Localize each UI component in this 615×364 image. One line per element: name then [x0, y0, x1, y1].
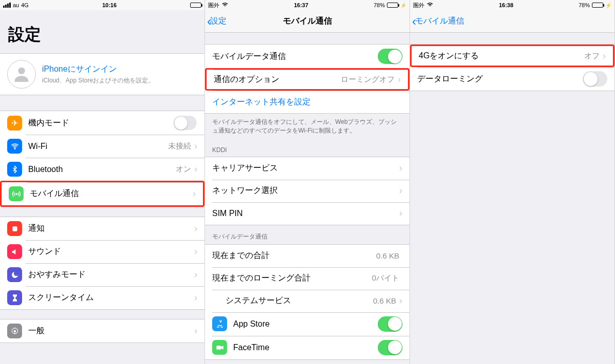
dnd-cell[interactable]: おやすみモード › [0, 263, 204, 286]
carrier-label: au [13, 2, 19, 8]
bluetooth-detail: オン [176, 164, 191, 174]
chevron-right-icon: › [194, 164, 197, 175]
data-footer-note: モバイルデータ通信をオフにして、メール、Webブラウズ、プッシュ通知などのすべて… [205, 114, 409, 139]
appstore-label: App Store [233, 319, 378, 329]
screen-comm-options: 圏外 16:38 78% ⚡ ‹ モバイル通信 4Gをオンにする オフ › デー… [410, 0, 615, 364]
sounds-cell[interactable]: サウンド › [0, 240, 204, 263]
data-usage-header: モバイルデータ通信 [205, 225, 409, 244]
signin-title: iPhoneにサインイン [42, 64, 154, 75]
chevron-right-icon: › [399, 208, 402, 219]
hotspot-cell[interactable]: インターネット共有を設定 [205, 91, 409, 113]
general-label: 一般 [28, 326, 194, 336]
chevron-right-icon: › [193, 188, 196, 199]
data-roaming-label: データローミング [417, 74, 583, 84]
system-services-cell[interactable]: システムサービス 0.6 KB › [205, 290, 409, 312]
network-select-cell[interactable]: ネットワーク選択 › [205, 180, 409, 202]
back-label: 設定 [210, 16, 227, 27]
screen-cellular: 圏外 16:37 78% ⚡ ‹ 設定 モバイル通信 モバイルデータ通信 通信の… [205, 0, 410, 364]
svg-point-0 [18, 68, 25, 74]
carrier-services-label: キャリアサービス [212, 163, 399, 174]
airplane-toggle[interactable] [173, 116, 196, 130]
network-label: 4G [21, 2, 29, 8]
hotspot-label: インターネット共有を設定 [212, 97, 402, 108]
mobile-data-toggle[interactable] [378, 49, 402, 64]
screentime-label: スクリーンタイム [28, 292, 194, 303]
group-connectivity: ✈ 機内モード Wi-Fi 未接続 › Bluetooth オン › モバイル通… [0, 111, 204, 207]
enable-4g-label: 4Gをオンにする [419, 51, 584, 61]
notifications-cell[interactable]: 通知 › [0, 217, 204, 240]
signin-cell[interactable]: iPhoneにサインイン iCloud、App Storeおよびその他を設定。 [0, 53, 204, 95]
chevron-right-icon: › [603, 51, 606, 61]
battery-icon [387, 3, 398, 8]
enable-4g-detail: オフ [584, 51, 600, 61]
carrier-label: 圏外 [208, 2, 219, 9]
cellular-label: モバイル通信 [30, 188, 193, 199]
chevron-right-icon: › [194, 326, 197, 336]
roaming-total-value: 0バイト [372, 273, 399, 283]
gear-icon [7, 324, 22, 338]
sounds-icon [7, 244, 22, 259]
group-kddi: キャリアサービス › ネットワーク選択 › SIM PIN › [205, 157, 409, 225]
cellular-cell[interactable]: モバイル通信 › [0, 181, 204, 207]
roaming-total-label: 現在までのローミング合計 [212, 273, 372, 284]
appstore-toggle[interactable] [378, 316, 402, 332]
facetime-label: FaceTime [233, 343, 378, 352]
clock: 16:37 [294, 2, 308, 8]
battery-percent: 78% [374, 2, 385, 8]
appstore-cell[interactable]: App Store [205, 312, 409, 336]
clock: 16:38 [499, 2, 513, 8]
signin-subtitle: iCloud、App Storeおよびその他を設定。 [42, 76, 154, 85]
sim-pin-label: SIM PIN [212, 209, 399, 218]
bluetooth-cell[interactable]: Bluetooth オン › [0, 158, 204, 181]
status-bar: 圏外 16:37 78% ⚡ [205, 0, 409, 10]
wifi-detail: 未接続 [168, 141, 191, 151]
dnd-label: おやすみモード [28, 269, 194, 280]
wifi-icon [7, 139, 22, 154]
wifi-cell[interactable]: Wi-Fi 未接続 › [0, 135, 204, 158]
battery-icon [592, 3, 603, 8]
svg-point-1 [14, 148, 15, 149]
back-button[interactable]: ‹ 設定 [207, 10, 227, 32]
sim-pin-cell[interactable]: SIM PIN › [205, 202, 409, 225]
facetime-icon [212, 340, 227, 355]
carrier-services-cell[interactable]: キャリアサービス › [205, 157, 409, 180]
svg-rect-5 [216, 346, 221, 350]
back-button[interactable]: ‹ モバイル通信 [412, 10, 464, 32]
facetime-toggle[interactable] [378, 340, 402, 355]
signal-icon [3, 3, 11, 8]
bluetooth-icon [7, 162, 22, 177]
enable-4g-cell[interactable]: 4Gをオンにする オフ › [410, 45, 614, 67]
chevron-right-icon: › [399, 163, 402, 174]
back-label: モバイル通信 [415, 16, 464, 27]
general-cell[interactable]: 一般 › [0, 319, 204, 342]
status-bar: au 4G 10:16 [0, 0, 204, 10]
chevron-right-icon: › [194, 223, 197, 234]
cellular-icon [9, 186, 24, 201]
nav-title: モバイル通信 [283, 16, 332, 27]
carrier-label: 圏外 [413, 2, 424, 9]
wifi-label: Wi-Fi [28, 142, 168, 151]
notifications-label: 通知 [28, 223, 194, 234]
mobile-data-cell[interactable]: モバイルデータ通信 [205, 45, 409, 68]
page-title: 設定 [0, 10, 204, 51]
battery-icon [190, 3, 201, 8]
airplane-cell[interactable]: ✈ 機内モード [0, 111, 204, 135]
moon-icon [7, 267, 22, 282]
group-general: 一般 › [0, 319, 204, 343]
charging-icon: ⚡ [400, 3, 406, 8]
comm-options-cell[interactable]: 通信のオプション ローミングオフ › [205, 68, 409, 91]
total-label: 現在までの合計 [212, 250, 376, 261]
group-data: モバイルデータ通信 通信のオプション ローミングオフ › インターネット共有を設… [205, 44, 409, 114]
data-roaming-cell[interactable]: データローミング [410, 67, 614, 91]
chevron-right-icon: › [399, 295, 402, 306]
airplane-label: 機内モード [28, 118, 173, 129]
mobile-data-label: モバイルデータ通信 [212, 51, 378, 62]
screentime-cell[interactable]: スクリーンタイム › [0, 286, 204, 309]
facetime-cell[interactable]: FaceTime [205, 336, 409, 359]
wifi-status-icon [221, 2, 229, 9]
system-services-label: システムサービス [225, 295, 373, 306]
charging-icon: ⚡ [605, 3, 611, 8]
bluetooth-label: Bluetooth [28, 165, 176, 174]
kddi-header: KDDI [205, 139, 409, 157]
data-roaming-toggle[interactable] [583, 71, 607, 87]
